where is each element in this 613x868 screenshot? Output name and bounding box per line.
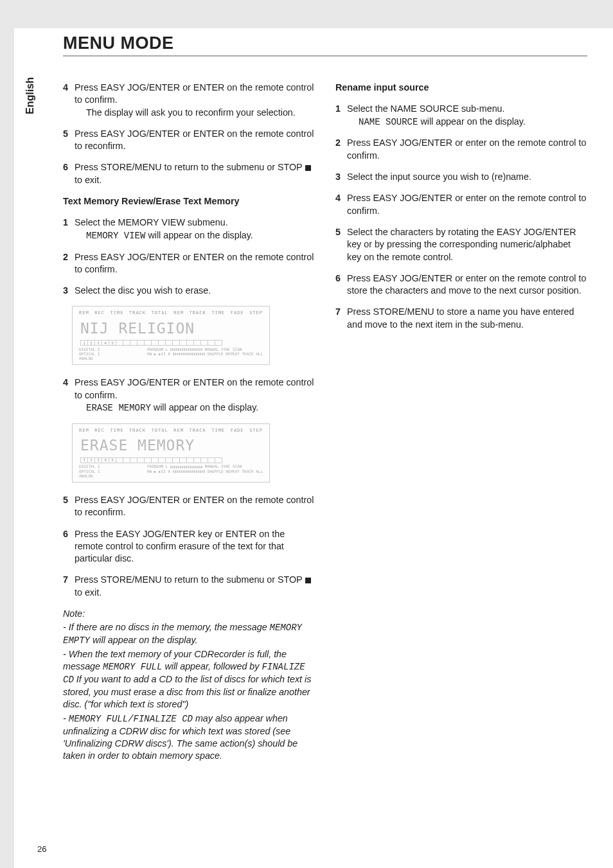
disp2-text: ERASE MEMORY [80,436,195,456]
note-label: Note: [63,608,315,620]
gray-top-strip [0,0,613,28]
stop-icon [305,578,311,583]
rstep-1-tail: will appear on the display. [418,116,525,127]
rstep-5-text: Select the characters by rotating the EA… [347,226,587,263]
rstep-2-text: Press EASY JOG/ENTER or enter on the rem… [347,137,587,162]
display-erase-memory: REMRECTIMETRACKTOTALREMTRACKTIMEFADESTEP… [72,423,270,483]
tstep-7-text-b: to exit. [75,587,102,598]
rstep-1: 1 Select the NAME SOURCE sub-menu. NAME … [335,103,587,128]
rstep-1-text: Select the NAME SOURCE sub-menu. [347,103,505,114]
step-5: 5 Press EASY JOG/ENTER or ENTER on the r… [63,128,315,153]
page-title: MENU MODE [63,33,587,53]
tstep-1-text: Select the MEMORY VIEW submenu. [75,217,228,227]
step-4: 4 Press EASY JOG/ENTER or ENTER on the r… [63,82,315,119]
heading-text-memory: Text Memory Review/Erase Text Memory [63,195,315,208]
tstep-3-text: Select the disc you wish to erase. [75,285,315,297]
seg-erase-memory: ERASE MEMORY [86,403,151,413]
rstep-3-text: Select the input source you wish to (re)… [347,171,587,183]
disp2-trackbar: 12345 [80,457,262,464]
tstep-4-text: Press EASY JOG/ENTER or ENTER on the rem… [75,377,314,400]
tstep-4-tail: will appear on the display. [151,402,258,412]
tstep-6-text: Press the EASY JOG/ENTER key or ENTER on… [75,528,315,565]
disp1-top: REMRECTIMETRACKTOTALREMTRACKTIMEFADESTEP [79,310,263,316]
language-tab: English [24,77,37,114]
tstep-7-text-a: Press STORE/MENU to return to the submen… [75,574,302,585]
gray-left-strip [0,0,14,868]
step-5-text: Press EASY JOG/ENTER or ENTER on the rem… [75,128,315,153]
rstep-6: 6 Press EASY JOG/ENTER or enter on the r… [335,272,587,297]
tstep-5: 5 Press EASY JOG/ENTER or ENTER on the r… [63,494,315,519]
rstep-4-text: Press EASY JOG/ENTER or enter on the rem… [347,192,587,217]
seg-memory-view: MEMORY VIEW [86,231,145,241]
page-number: 26 [37,844,46,854]
tstep-7: 7 Press STORE/MENU to return to the subm… [63,574,315,599]
step-6: 6 Press STORE/MENU to return to the subm… [63,161,315,186]
step-4-text: Press EASY JOG/ENTER or ENTER on the rem… [75,82,314,105]
tstep-1: 1 Select the MEMORY VIEW submenu. MEMORY… [63,217,315,242]
disp2-top: REMRECTIMETRACKTOTALREMTRACKTIMEFADESTEP [79,428,263,434]
tstep-5-text: Press EASY JOG/ENTER or ENTER on the rem… [75,494,315,519]
note-1: - If there are no discs in the memory, t… [63,621,315,647]
tstep-2-text: Press EASY JOG/ENTER or ENTER on the rem… [75,251,315,276]
note-2: - When the text memory of your CDRecorde… [63,648,315,711]
step-6-text-b: to exit. [75,175,102,185]
left-column: 4 Press EASY JOG/ENTER or ENTER on the r… [63,82,315,764]
rstep-7: 7 Press STORE/MENU to store a name you h… [335,306,587,331]
seg-name-source: NAME SOURCE [359,117,418,127]
rstep-6-text: Press EASY JOG/ENTER or enter on the rem… [347,272,587,297]
rstep-4: 4 Press EASY JOG/ENTER or enter on the r… [335,192,587,217]
disp1-trackbar: 12345 [80,340,262,346]
page: MENU MODE English 4 Press EASY JOG/ENTER… [0,0,613,868]
tstep-4: 4 Press EASY JOG/ENTER or ENTER on the r… [63,376,315,414]
tstep-2: 2 Press EASY JOG/ENTER or ENTER on the r… [63,251,315,276]
title-underline [63,55,587,57]
rstep-2: 2 Press EASY JOG/ENTER or enter on the r… [335,137,587,162]
rstep-7-text: Press STORE/MENU to store a name you hav… [347,306,587,331]
tstep-1-tail: will appear on the display. [145,230,253,240]
heading-rename-input: Rename input source [335,82,587,94]
display-religion: REMRECTIMETRACKTOTALREMTRACKTIMEFADESTEP… [72,306,270,365]
stop-icon [305,165,311,171]
rstep-3: 3 Select the input source you wish to (r… [335,171,587,183]
right-column: Rename input source 1 Select the NAME SO… [335,82,587,764]
disp1-text: NIJ RELIGION [80,319,195,339]
tstep-6: 6 Press the EASY JOG/ENTER key or ENTER … [63,528,315,565]
note-3: - MEMORY FULL/FINALIZE CD may also appea… [63,713,315,763]
tstep-3: 3 Select the disc you wish to erase. [63,285,315,297]
content-columns: 4 Press EASY JOG/ENTER or ENTER on the r… [63,82,587,764]
rstep-5: 5 Select the characters by rotating the … [335,226,587,263]
step-6-text-a: Press STORE/MENU to return to the submen… [75,162,302,172]
step-4-sub: The display will ask you to reconfirm yo… [86,107,315,119]
